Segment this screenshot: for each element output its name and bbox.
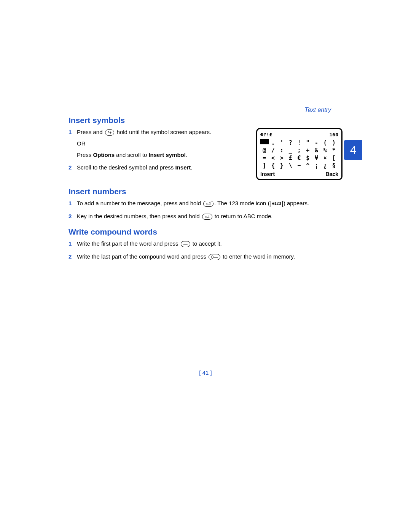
phone-screen-illustration: ☻?!£ 160 .'?!"-() @/:_;+&%* =<>£€$¥¤[ ]{… <box>256 128 342 180</box>
section-insert-symbols: Insert symbols 1 Press and *+ hold until… <box>68 116 342 180</box>
step-text: Scroll to the desired symbol and press I… <box>77 163 249 172</box>
symbol-row: =<>£€$¥¤[ <box>260 154 338 162</box>
step-number: 1 <box>68 128 73 159</box>
section-title: Insert numbers <box>68 187 342 196</box>
screen-mode-indicator: ☻?!£ <box>260 131 272 138</box>
section-compound-words: Write compound words 1 Write the first p… <box>68 227 342 261</box>
cursor-icon <box>260 139 269 144</box>
nav-key-icon: ― <box>181 241 190 247</box>
step-text: Key in the desired numbers, then press a… <box>77 212 342 220</box>
symbol-row: @/:_;+&%* <box>260 147 338 154</box>
softkey-left: Insert <box>260 171 275 178</box>
hash-key-icon: ○# <box>203 201 213 207</box>
section-title: Write compound words <box>68 227 342 236</box>
step-number: 1 <box>68 199 73 208</box>
section-title: Insert symbols <box>68 116 342 125</box>
screen-char-count: 160 <box>330 131 338 138</box>
hash-key-icon: ○# <box>202 214 212 220</box>
chapter-header: Text entry <box>68 107 342 113</box>
chapter-tab: 4 <box>344 140 362 160</box>
zero-key-icon: 0― <box>209 254 220 260</box>
step-number: 2 <box>68 212 73 220</box>
mode-123-icon: ☻123 <box>271 201 283 207</box>
symbol-row: .'?!"-() <box>260 139 338 147</box>
step-text: To add a number to the message, press an… <box>77 199 342 208</box>
step-text: Write the last part of the compound word… <box>77 252 342 261</box>
manual-page: Text entry 4 Insert symbols 1 Press and … <box>68 107 342 267</box>
symbol-row: ]{}\~^¡¿§ <box>260 162 338 169</box>
step-number: 1 <box>68 240 73 248</box>
step-text: Write the first part of the word and pre… <box>77 240 342 248</box>
section-insert-numbers: Insert numbers 1 To add a number to the … <box>68 187 342 220</box>
step-number: 2 <box>68 252 73 261</box>
page-number: [ 41 ] <box>68 369 342 376</box>
star-key-icon: *+ <box>105 129 115 136</box>
softkey-right: Back <box>326 171 338 178</box>
step-text: Press and *+ hold until the symbol scree… <box>77 128 249 159</box>
step-number: 2 <box>68 163 73 172</box>
